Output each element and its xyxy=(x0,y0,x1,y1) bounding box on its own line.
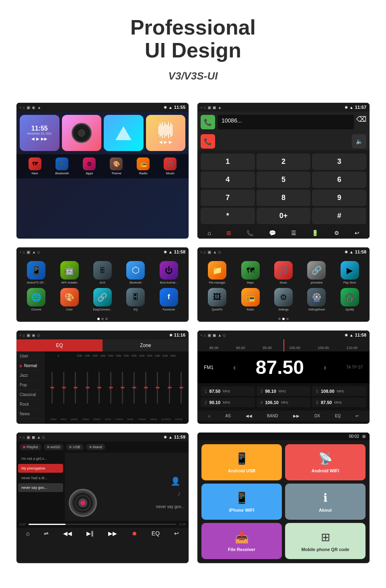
backspace-button[interactable]: ⌫ xyxy=(356,115,366,129)
nav-home-d[interactable]: ⌂ xyxy=(207,230,211,236)
preset-1[interactable]: 1 87.50 MHz xyxy=(201,386,255,396)
app-settings2[interactable]: ⚙ Settings xyxy=(269,288,298,311)
progress-track[interactable] xyxy=(29,524,177,525)
key-2[interactable]: 2 xyxy=(257,153,311,170)
home-music[interactable]: ⌂ xyxy=(26,530,29,537)
app-aux[interactable]: 🎚 AUX xyxy=(88,261,117,284)
key-6[interactable]: 6 xyxy=(312,172,366,188)
preset-5[interactable]: 5 108.00 MHz xyxy=(312,386,366,396)
preset-2[interactable]: 2 90.10 MHz xyxy=(201,398,255,407)
nav-home-radio[interactable]: ⌂ xyxy=(208,414,211,418)
preset-4[interactable]: 4 106.10 MHz xyxy=(257,398,311,407)
next-music[interactable]: ▶▶ xyxy=(108,530,117,537)
nav-widget[interactable] xyxy=(104,115,144,151)
key-3[interactable]: 3 xyxy=(312,153,366,170)
song-1[interactable]: I'm not a girl,n... xyxy=(18,454,63,463)
android-wifi-button[interactable]: 📡 Android WIFI xyxy=(285,444,365,480)
music-widget[interactable] xyxy=(62,115,102,151)
eq-slider-1[interactable] xyxy=(51,372,53,404)
app-spotify[interactable]: 🎧 Spotify xyxy=(335,288,365,311)
eq-slider-2[interactable] xyxy=(63,372,64,404)
clock-widget[interactable]: 11:55 November 24, 2021 ◀ ▶ ▶▶ xyxy=(20,115,60,151)
radio-prev-button[interactable]: ◀◀ xyxy=(246,414,252,418)
shuffle-button[interactable]: ⇌ xyxy=(44,530,49,537)
app-apps[interactable]: ⚙ Apps xyxy=(83,157,96,175)
volume-button[interactable]: 🔈 xyxy=(352,134,366,149)
app-bootanim[interactable]: ⏻ Boot Animat... xyxy=(154,261,184,284)
radio-prev-arrow[interactable]: ‹ xyxy=(233,363,236,372)
app-color[interactable]: 🎨 Color xyxy=(54,288,84,311)
preset-user[interactable]: User xyxy=(16,351,45,361)
eq-slider-10[interactable] xyxy=(157,372,158,404)
call-red-button[interactable]: 📞 xyxy=(201,134,215,149)
app-apk[interactable]: 🤖 APK Installer xyxy=(54,261,84,284)
app-bluetooth[interactable]: 📞 Bluetooth xyxy=(55,157,69,175)
app-eq[interactable]: 🎛 EQ xyxy=(121,288,150,311)
eq-slider-9[interactable] xyxy=(145,372,146,404)
app-androidts[interactable]: 📱 AndroiTS GP... xyxy=(21,261,51,284)
eq-button-radio[interactable]: EQ xyxy=(335,414,341,418)
app-music2[interactable]: 🎵 Music xyxy=(269,261,298,284)
radio-next-button[interactable]: ▶▶ xyxy=(293,414,300,418)
eq-slider-8[interactable] xyxy=(133,372,135,404)
preset-classical[interactable]: Classical xyxy=(16,390,45,400)
call-green-button[interactable]: 📞 xyxy=(201,115,215,129)
record-button[interactable]: ⏺ xyxy=(131,530,137,537)
preset-6[interactable]: 6 87.50 MHz xyxy=(312,398,366,407)
eq-slider-4[interactable] xyxy=(87,372,88,404)
about-button[interactable]: ℹ About xyxy=(285,484,365,520)
key-8[interactable]: 8 xyxy=(257,190,311,206)
file-receiver-button[interactable]: 📥 File Receiver xyxy=(201,523,282,559)
app-easyconn[interactable]: 🔗 EasyConnect... xyxy=(88,288,117,311)
eq-tab-zone[interactable]: Zone xyxy=(103,339,189,351)
app-facebook[interactable]: f Facebook xyxy=(154,288,184,311)
source-extsd[interactable]: extSD xyxy=(44,444,64,450)
as-button[interactable]: AS xyxy=(226,414,231,418)
key-1[interactable]: 1 xyxy=(201,153,255,170)
song-3[interactable]: never had a dr... xyxy=(18,474,63,482)
app-phonelink[interactable]: 🔗 phonelink xyxy=(302,261,331,284)
preset-normal[interactable]: Normal xyxy=(16,361,45,371)
key-4[interactable]: 4 xyxy=(201,172,255,188)
app-filemanager[interactable]: 📁 File manager xyxy=(202,261,232,284)
nav-menu-d[interactable]: ☰ xyxy=(291,230,296,236)
eq-slider-12[interactable] xyxy=(181,372,182,404)
band-button[interactable]: BAND xyxy=(267,414,278,418)
key-hash[interactable]: # xyxy=(312,208,366,224)
dialer-number[interactable]: 10086... xyxy=(218,115,354,129)
eq-slider-5[interactable] xyxy=(99,372,100,404)
key-9[interactable]: 9 xyxy=(312,190,366,206)
eq-slider-6[interactable] xyxy=(110,372,111,404)
radio-widget[interactable]: ◀ ▶ ▶ xyxy=(146,115,186,151)
dx-button[interactable]: DX xyxy=(314,414,320,418)
preset-pop[interactable]: Pop xyxy=(16,380,45,390)
app-theme[interactable]: 🎨 Theme xyxy=(110,157,123,175)
preset-jazz[interactable]: Jazz xyxy=(16,371,45,380)
key-5[interactable]: 5 xyxy=(257,172,311,188)
nav-phone-d[interactable]: 📞 xyxy=(246,230,253,236)
key-star[interactable]: * xyxy=(201,208,255,224)
eq-slider-3[interactable] xyxy=(75,372,76,404)
nav-settings-d[interactable]: ⚙ xyxy=(334,230,339,236)
iphone-wifi-button[interactable]: 📱 iPhone WIFI xyxy=(201,484,282,520)
android-usb-button[interactable]: 📱 Android USB xyxy=(201,444,282,480)
prev-music[interactable]: ◀◀ xyxy=(63,530,72,537)
key-0[interactable]: 0+ xyxy=(257,208,311,224)
app-chrome[interactable]: 🌐 Chrome xyxy=(21,288,51,311)
app-maps[interactable]: 🗺 Maps xyxy=(235,261,265,284)
preset-news[interactable]: News xyxy=(16,409,45,419)
eq-tab-eq[interactable]: EQ xyxy=(16,339,103,351)
song-4[interactable]: never say goo... xyxy=(18,483,63,492)
nav-grid-d[interactable]: ⊞ xyxy=(226,230,231,236)
app-playstore[interactable]: ▶ Play Store xyxy=(335,261,365,284)
app-settingwheel[interactable]: 🎡 SettingWheel xyxy=(302,288,331,311)
app-quickpic[interactable]: 🖼 QuickPic xyxy=(202,288,232,311)
source-usb[interactable]: USB xyxy=(66,444,84,450)
app-radio[interactable]: 📻 Radio xyxy=(137,157,150,175)
eq-music[interactable]: EQ xyxy=(152,530,160,537)
playpause-button[interactable]: ▶‖ xyxy=(86,530,94,537)
song-2[interactable]: My prerogative xyxy=(18,464,63,473)
preset-rock[interactable]: Rock xyxy=(16,400,45,409)
key-7[interactable]: 7 xyxy=(201,190,255,206)
back-music[interactable]: ↩ xyxy=(174,530,179,537)
